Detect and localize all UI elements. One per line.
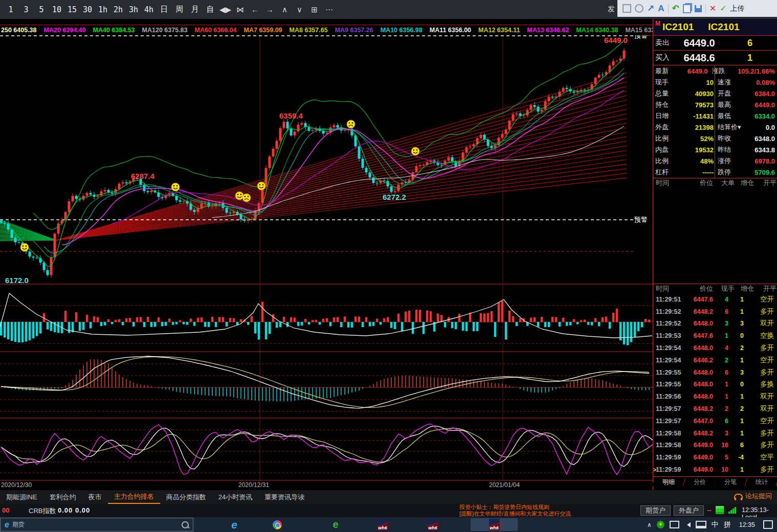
period-button-4h[interactable]: 4h: [141, 5, 157, 14]
period-button-日[interactable]: 日: [157, 5, 172, 14]
foreign-account-button[interactable]: 外盘户: [674, 505, 704, 516]
candlestick-chart[interactable]: 预警预警6449.06359.46287.46272.26172.0: [0, 25, 653, 481]
taskbar-search-box[interactable]: e 期货: [0, 518, 193, 531]
arrow-tool-icon[interactable]: ↗: [647, 4, 654, 13]
period-button-15[interactable]: 15: [64, 5, 80, 14]
volume-icon[interactable]: [684, 522, 691, 527]
tray-expand-icon[interactable]: ∧: [647, 521, 652, 528]
wh6-app-icon-1[interactable]: wh6: [372, 518, 393, 531]
ellipse-tool-icon[interactable]: [635, 4, 643, 13]
tape-row[interactable]: 11:29:586448.231多开: [653, 427, 777, 440]
antivirus-tray-icon[interactable]: +: [657, 521, 664, 528]
taskbar-clock[interactable]: 12:35: [739, 521, 755, 528]
compress-icon[interactable]: ⋈: [233, 5, 248, 14]
edge-browser-icon[interactable]: e: [224, 518, 245, 531]
chrome-browser-icon[interactable]: [267, 518, 287, 531]
tape-row[interactable]: 11:29:526448.261多开: [653, 306, 777, 318]
bottom-tab-夜市[interactable]: 夜市: [82, 491, 108, 503]
send-label[interactable]: 发: [608, 5, 615, 14]
tape-row[interactable]: 11:29:526448.033双开: [653, 318, 777, 330]
crb-label[interactable]: CRB指数: [29, 506, 56, 516]
ma-value-MA10: MA10 6356.98: [381, 27, 423, 34]
confirm-icon[interactable]: ✓: [720, 4, 726, 13]
tape-row[interactable]: 11:29:546448.042多开: [653, 342, 777, 354]
bid-row[interactable]: 买入 6448.6 1: [653, 51, 777, 65]
more-icon[interactable]: ⋯: [322, 5, 337, 14]
save-icon[interactable]: [695, 5, 702, 12]
period-button-月[interactable]: 月: [187, 5, 203, 14]
tape-row[interactable]: 11:29:546446.221空开: [653, 354, 777, 366]
ime-language-icon[interactable]: 中: [712, 520, 719, 529]
delete-icon[interactable]: ✕: [709, 4, 716, 13]
tape-row[interactable]: 11:29:576447.061空开: [653, 415, 777, 427]
bottom-tab-24小时资讯[interactable]: 24小时资讯: [212, 491, 258, 503]
wh6-app-icon-active[interactable]: wh6: [471, 518, 518, 531]
ime-pinyin-icon[interactable]: 拼: [724, 520, 731, 529]
tape-row[interactable]: 11:29:596449.05-4空平: [653, 451, 777, 464]
bottom-tab-商品分类指数[interactable]: 商品分类指数: [160, 491, 212, 503]
bottom-tab-重要资讯导读[interactable]: 重要资讯导读: [258, 491, 310, 503]
quote-grid: 最新6449.0涨跌105.2/1.66%现手10速涨0.08%总量40930开…: [653, 65, 777, 178]
svg-text:6449.0: 6449.0: [604, 36, 628, 44]
detail-tab-分价[interactable]: 分价: [683, 478, 717, 486]
bottom-tab-套利合约[interactable]: 套利合约: [43, 491, 82, 503]
bottom-tab-期能源INE[interactable]: 期能源INE: [0, 491, 43, 503]
search-input[interactable]: 期货: [12, 520, 179, 529]
pan-right-icon[interactable]: →: [262, 5, 277, 14]
signal-bars-icon: [728, 507, 736, 514]
undo-icon[interactable]: ↶: [672, 3, 679, 14]
tape-row[interactable]: 11:29:576448.222双开: [653, 403, 777, 415]
period-button-30[interactable]: 30: [80, 5, 95, 14]
ma-value-MA7: MA7 6359.09: [244, 27, 282, 34]
period-button-5[interactable]: 5: [34, 5, 49, 14]
grid-layout-icon[interactable]: ⊞: [307, 5, 322, 14]
zoom-out-icon[interactable]: ∨: [292, 5, 307, 14]
forum-link[interactable]: 论坛提问: [734, 492, 772, 501]
tape-row[interactable]: >11:29:596449.0101多开: [653, 464, 777, 476]
period-button-3h[interactable]: 3h: [126, 5, 141, 14]
tape-row[interactable]: 11:29:536447.610空换: [653, 330, 777, 342]
pan-left-icon[interactable]: ←: [248, 5, 262, 14]
period-button-2h[interactable]: 2h: [110, 5, 126, 14]
server-status-icon[interactable]: [716, 506, 724, 514]
ma-value-MA9: MA9 6357.26: [335, 27, 373, 34]
period-button-10[interactable]: 10: [49, 5, 64, 14]
tape-row[interactable]: 11:29:556448.010多换: [653, 379, 777, 391]
tape-list[interactable]: 11:29:516447.641空开11:29:526448.261多开11:2…: [653, 293, 777, 476]
tape-row[interactable]: 11:29:556448.063多开: [653, 366, 777, 379]
search-app-icon: e: [5, 520, 9, 529]
browser-360-icon[interactable]: e: [325, 518, 346, 531]
tape-row[interactable]: 11:29:566448.011双开: [653, 390, 777, 403]
ask-row[interactable]: 卖出 6449.0 6: [653, 36, 777, 51]
wh6-app-icon-2[interactable]: wh6: [423, 518, 443, 531]
upload-button[interactable]: 上传: [730, 4, 745, 13]
detail-tab-分笔[interactable]: 分笔: [714, 478, 747, 486]
tape-row[interactable]: 11:29:586449.0166多开: [653, 440, 777, 452]
rectangle-tool-icon[interactable]: [623, 4, 631, 13]
detail-tab-统计[interactable]: 统计: [745, 478, 777, 486]
quote-field-row: 持仓79573最高6449.0: [653, 99, 777, 110]
tape-row[interactable]: 11:29:516447.641空开: [653, 293, 777, 306]
quote-field-row: 总量40930开盘6384.0: [653, 88, 777, 99]
action-center-icon[interactable]: [763, 520, 773, 529]
detail-tab-明细[interactable]: 明细: [652, 478, 685, 486]
search-icon: [182, 521, 189, 528]
candle-width-icon[interactable]: ◀▶: [218, 5, 233, 14]
bottom-tab-主力合约排名[interactable]: 主力合约排名: [108, 490, 160, 504]
date-label: 2020/12/31: [238, 481, 269, 489]
svg-text:6359.4: 6359.4: [279, 111, 303, 120]
period-button-1h[interactable]: 1h: [95, 5, 110, 14]
contract-title[interactable]: M IC2101 IC2101: [653, 19, 777, 36]
zoom-in-icon[interactable]: ∧: [277, 5, 292, 14]
network-icon[interactable]: [670, 521, 679, 528]
period-button-周[interactable]: 周: [172, 5, 187, 14]
futures-account-button[interactable]: 期货户: [640, 505, 671, 516]
ask-qty: 6: [723, 38, 777, 49]
touch-keyboard-icon[interactable]: [696, 521, 706, 528]
period-button-1[interactable]: 1: [3, 5, 18, 14]
text-tool-icon[interactable]: A: [658, 4, 664, 13]
ma-value-MA14: MA14 6340.38: [576, 27, 618, 34]
copy-icon[interactable]: [683, 4, 691, 13]
period-button-3[interactable]: 3: [18, 5, 34, 14]
period-button-自[interactable]: 自: [203, 5, 218, 14]
